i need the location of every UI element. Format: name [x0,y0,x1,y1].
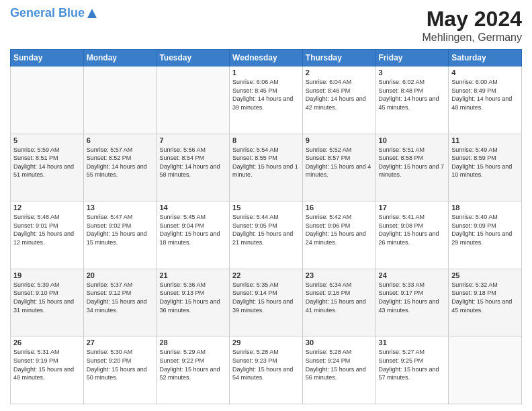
sunset-text: Sunset: 8:46 PM [306,87,351,94]
daylight-text: Daylight: 15 hours and 26 minutes. [379,230,439,246]
table-row: 27 Sunrise: 5:30 AM Sunset: 9:20 PM Dayl… [83,336,157,404]
sunrise-text: Sunrise: 5:34 AM [306,281,352,288]
daylight-text: Daylight: 15 hours and 54 minutes. [232,366,293,381]
table-row: 20 Sunrise: 5:37 AM Sunset: 9:12 PM Dayl… [83,269,157,336]
table-row [11,66,84,134]
sunset-text: Sunset: 9:16 PM [306,289,351,296]
sunset-text: Sunset: 9:04 PM [159,222,204,229]
sunset-text: Sunset: 9:02 PM [87,222,132,229]
sunset-text: Sunset: 8:48 PM [379,87,424,94]
day-number: 31 [379,338,446,347]
day-info: Sunrise: 5:36 AM Sunset: 9:13 PM Dayligh… [159,281,226,314]
sunrise-text: Sunrise: 5:54 AM [232,146,279,153]
sunset-text: Sunset: 9:06 PM [306,222,351,229]
daylight-text: Daylight: 14 hours and 48 minutes. [451,95,512,111]
day-number: 10 [379,136,446,144]
sunrise-text: Sunrise: 6:06 AM [232,79,279,85]
sunrise-text: Sunrise: 5:44 AM [232,214,279,220]
sunrise-text: Sunrise: 5:49 AM [451,146,498,153]
sunset-text: Sunset: 9:05 PM [232,222,277,229]
day-number: 5 [13,136,81,144]
table-row: 15 Sunrise: 5:44 AM Sunset: 9:05 PM Dayl… [230,201,303,269]
day-number: 8 [232,136,300,144]
sunset-text: Sunset: 8:55 PM [232,154,277,161]
sunset-text: Sunset: 9:22 PM [159,357,204,364]
table-row: 7 Sunrise: 5:56 AM Sunset: 8:54 PM Dayli… [157,134,230,201]
day-info: Sunrise: 5:45 AM Sunset: 9:04 PM Dayligh… [159,213,226,246]
table-row: 8 Sunrise: 5:54 AM Sunset: 8:55 PM Dayli… [230,134,303,201]
day-info: Sunrise: 5:40 AM Sunset: 9:09 PM Dayligh… [451,213,519,246]
sunset-text: Sunset: 8:52 PM [87,154,132,161]
sunrise-text: Sunrise: 5:48 AM [13,214,60,220]
sunrise-text: Sunrise: 5:29 AM [159,349,206,355]
calendar-table: Sunday Monday Tuesday Wednesday Thursday… [10,49,522,404]
daylight-text: Daylight: 14 hours and 58 minutes. [159,163,220,179]
day-number: 15 [232,203,300,212]
sunrise-text: Sunrise: 5:52 AM [306,146,352,153]
sunrise-text: Sunrise: 5:42 AM [306,214,352,220]
table-row: 22 Sunrise: 5:35 AM Sunset: 9:14 PM Dayl… [230,269,303,336]
logo: General Blue [10,7,98,20]
day-number: 6 [87,136,154,144]
day-number: 9 [306,136,373,144]
day-number: 12 [13,203,81,212]
day-info: Sunrise: 6:02 AM Sunset: 8:48 PM Dayligh… [379,78,446,111]
sunset-text: Sunset: 8:45 PM [232,87,277,94]
table-row: 24 Sunrise: 5:33 AM Sunset: 9:17 PM Dayl… [375,269,449,336]
day-info: Sunrise: 5:59 AM Sunset: 8:51 PM Dayligh… [13,146,81,179]
table-row: 16 Sunrise: 5:42 AM Sunset: 9:06 PM Dayl… [302,201,375,269]
day-number: 1 [232,68,300,77]
day-info: Sunrise: 5:28 AM Sunset: 9:23 PM Dayligh… [232,348,300,381]
col-thursday: Thursday [302,50,375,66]
sunrise-text: Sunrise: 5:28 AM [306,349,352,355]
table-row: 2 Sunrise: 6:04 AM Sunset: 8:46 PM Dayli… [302,66,375,134]
daylight-text: Daylight: 15 hours and 36 minutes. [159,298,220,314]
sunrise-text: Sunrise: 6:04 AM [306,79,352,85]
calendar-week-row: 26 Sunrise: 5:31 AM Sunset: 9:19 PM Dayl… [11,336,522,404]
sunrise-text: Sunrise: 5:59 AM [13,146,60,153]
day-info: Sunrise: 5:54 AM Sunset: 8:55 PM Dayligh… [232,146,300,179]
table-row: 30 Sunrise: 5:28 AM Sunset: 9:24 PM Dayl… [302,336,375,404]
daylight-text: Daylight: 15 hours and 7 minutes. [379,163,445,179]
day-number: 29 [232,338,300,347]
daylight-text: Daylight: 15 hours and 43 minutes. [379,298,439,314]
sunset-text: Sunset: 9:18 PM [451,289,496,296]
col-friday: Friday [375,50,449,66]
daylight-text: Daylight: 14 hours and 39 minutes. [232,95,293,111]
day-info: Sunrise: 6:04 AM Sunset: 8:46 PM Dayligh… [306,78,373,111]
day-info: Sunrise: 5:52 AM Sunset: 8:57 PM Dayligh… [306,146,373,179]
daylight-text: Daylight: 15 hours and 31 minutes. [13,298,74,314]
table-row: 14 Sunrise: 5:45 AM Sunset: 9:04 PM Dayl… [157,201,230,269]
calendar-subtitle: Mehlingen, Germany [422,32,522,44]
sunrise-text: Sunrise: 5:37 AM [87,281,133,288]
day-number: 18 [451,203,519,212]
sunset-text: Sunset: 9:24 PM [306,357,351,364]
day-number: 17 [379,203,446,212]
table-row: 11 Sunrise: 5:49 AM Sunset: 8:59 PM Dayl… [449,134,522,201]
sunrise-text: Sunrise: 5:36 AM [159,281,206,288]
col-sunday: Sunday [11,50,84,66]
day-info: Sunrise: 6:06 AM Sunset: 8:45 PM Dayligh… [232,78,300,111]
daylight-text: Daylight: 15 hours and 41 minutes. [306,298,366,314]
table-row: 25 Sunrise: 5:32 AM Sunset: 9:18 PM Dayl… [449,269,522,336]
daylight-text: Daylight: 14 hours and 51 minutes. [13,163,74,179]
daylight-text: Daylight: 15 hours and 52 minutes. [159,366,220,381]
day-number: 16 [306,203,373,212]
sunset-text: Sunset: 8:59 PM [451,154,496,161]
sunrise-text: Sunrise: 5:39 AM [13,281,60,288]
daylight-text: Daylight: 15 hours and 10 minutes. [451,163,512,179]
sunset-text: Sunset: 9:10 PM [13,289,58,296]
sunrise-text: Sunrise: 5:51 AM [379,146,425,153]
day-info: Sunrise: 5:42 AM Sunset: 9:06 PM Dayligh… [306,213,373,246]
sunrise-text: Sunrise: 5:31 AM [13,349,60,355]
sunset-text: Sunset: 9:09 PM [451,222,496,229]
sunset-text: Sunset: 9:19 PM [13,357,58,364]
sunset-text: Sunset: 8:54 PM [159,154,204,161]
sunset-text: Sunset: 9:23 PM [232,357,277,364]
table-row: 12 Sunrise: 5:48 AM Sunset: 9:01 PM Dayl… [11,201,84,269]
day-info: Sunrise: 6:00 AM Sunset: 8:49 PM Dayligh… [451,78,519,111]
calendar-week-row: 1 Sunrise: 6:06 AM Sunset: 8:45 PM Dayli… [11,66,522,134]
day-info: Sunrise: 5:32 AM Sunset: 9:18 PM Dayligh… [451,281,519,314]
day-number: 4 [451,68,519,77]
day-info: Sunrise: 5:48 AM Sunset: 9:01 PM Dayligh… [13,213,81,246]
